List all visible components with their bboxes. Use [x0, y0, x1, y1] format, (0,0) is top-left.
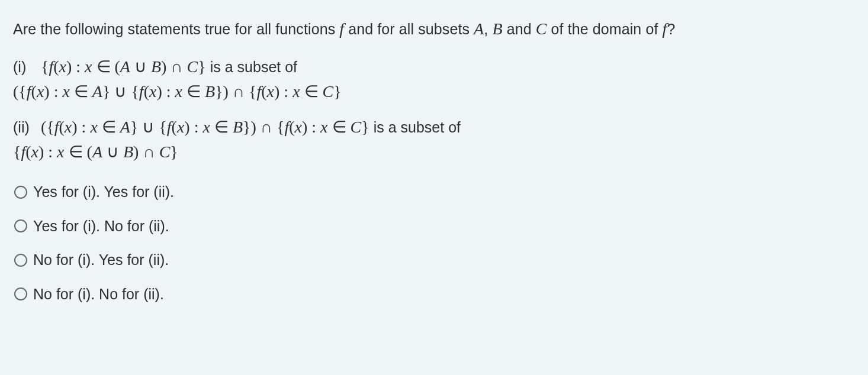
option-d[interactable]: No for (i). No for (ii).	[13, 277, 855, 312]
options-group: Yes for (i). Yes for (ii). Yes for (i). …	[13, 175, 855, 311]
symbol-C: C	[536, 20, 547, 38]
part-ii: (ii) ({f(x) : x ∈ A} ∪ {f(x) : x ∈ B}) ∩…	[13, 115, 855, 164]
intro-text-mid1: and for all subsets	[344, 21, 474, 37]
radio-icon	[14, 287, 27, 300]
part-ii-expr1: ({f(x) : x ∈ A} ∪ {f(x) : x ∈ B}) ∩ {f(x…	[41, 118, 374, 136]
radio-icon	[14, 186, 27, 199]
question-container: Are the following statements true for al…	[0, 0, 868, 324]
radio-icon	[14, 254, 27, 267]
intro-text-end: ?	[667, 21, 675, 37]
question-intro: Are the following statements true for al…	[13, 17, 855, 41]
option-a-label: Yes for (i). Yes for (ii).	[33, 181, 174, 203]
part-i: (i) {f(x) : x ∈ (A ∪ B) ∩ C} is a subset…	[13, 54, 855, 104]
part-i-expr1: {f(x) : x ∈ (A ∪ B) ∩ C}	[41, 57, 210, 76]
option-b-label: Yes for (i). No for (ii).	[33, 215, 169, 238]
intro-text-pre: Are the following statements true for al…	[13, 21, 339, 37]
part-i-label: (i)	[13, 56, 37, 79]
part-ii-label: (ii)	[13, 117, 37, 139]
option-b[interactable]: Yes for (i). No for (ii).	[13, 209, 855, 244]
part-ii-middle: is a subset of	[374, 119, 461, 135]
option-a[interactable]: Yes for (i). Yes for (ii).	[13, 175, 855, 209]
symbol-A: A	[474, 20, 484, 38]
option-c[interactable]: No for (i). Yes for (ii).	[13, 243, 855, 277]
part-ii-expr2: {f(x) : x ∈ (A ∪ B) ∩ C}	[13, 143, 178, 161]
part-i-expr2: ({f(x) : x ∈ A} ∪ {f(x) : x ∈ B}) ∩ {f(x…	[13, 82, 342, 101]
option-c-label: No for (i). Yes for (ii).	[33, 249, 169, 271]
intro-text-mid4: of the domain of	[547, 21, 663, 37]
part-i-middle: is a subset of	[210, 59, 297, 75]
intro-text-mid3: and	[503, 21, 536, 37]
option-d-label: No for (i). No for (ii).	[33, 283, 164, 306]
intro-text-mid2: ,	[484, 21, 492, 37]
radio-icon	[14, 219, 27, 232]
symbol-B: B	[492, 20, 502, 38]
